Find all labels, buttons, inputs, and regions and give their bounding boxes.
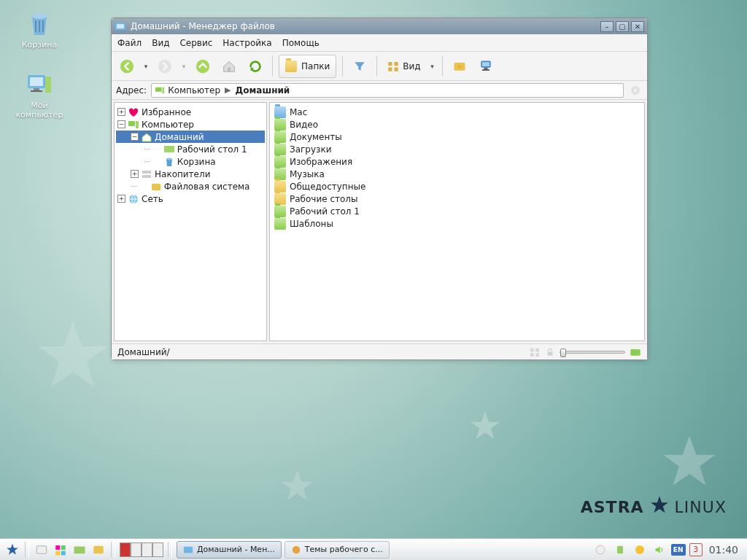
desktop-icon-computer[interactable]: Мой компьютер	[10, 69, 69, 120]
svg-rect-27	[128, 121, 135, 126]
menu-settings[interactable]: Настройка	[222, 38, 271, 48]
collapse-icon[interactable]: −	[117, 120, 125, 128]
file-item[interactable]: Музыка	[273, 168, 641, 180]
file-item[interactable]: Mac	[273, 106, 641, 118]
workspace-pager[interactable]	[120, 542, 163, 557]
svg-rect-24	[155, 87, 162, 91]
zoom-slider[interactable]	[560, 351, 625, 354]
launcher-browser[interactable]	[90, 542, 107, 558]
file-item[interactable]: Рабочие столы	[273, 192, 641, 205]
collapse-icon[interactable]: −	[131, 133, 139, 141]
tree-item[interactable]: −Компьютер	[116, 118, 265, 131]
tray-usb-icon[interactable]	[612, 542, 628, 558]
breadcrumb-separator-icon: ▶	[225, 85, 231, 95]
breadcrumb-computer[interactable]: Компьютер	[155, 85, 220, 96]
favorites-button[interactable]	[449, 55, 471, 77]
tray-volume-icon[interactable]	[651, 542, 667, 558]
file-item[interactable]: Загрузки	[273, 143, 641, 155]
tray-updates-icon[interactable]	[592, 542, 608, 558]
tree-item[interactable]: +Сеть	[116, 192, 265, 205]
tree-item[interactable]: ····Рабочий стол 1	[116, 143, 265, 155]
forward-history-dropdown[interactable]: ▾	[180, 63, 187, 70]
svg-rect-51	[617, 545, 623, 553]
svg-point-30	[166, 158, 172, 160]
titlebar[interactable]: Домашний - Менеджер файлов – ▢ ✕	[112, 18, 647, 34]
file-manager-window: Домашний - Менеджер файлов – ▢ ✕ Файл Ви…	[111, 18, 648, 360]
taskbar-task-filemanager[interactable]: Домашний - Мен...	[177, 541, 282, 559]
home-icon	[141, 131, 152, 143]
tray-workspace-indicator[interactable]: 3	[689, 543, 703, 556]
svg-rect-10	[117, 24, 124, 28]
tree-item[interactable]: +Накопители	[116, 168, 265, 180]
reload-button[interactable]	[244, 55, 266, 77]
up-button[interactable]	[192, 55, 214, 77]
launcher-files[interactable]	[53, 542, 69, 558]
file-list[interactable]: MacВидеоДокументыЗагрузкиИзображенияМузы…	[269, 102, 645, 341]
tray-network-icon[interactable]	[632, 542, 648, 558]
tray-keyboard-layout[interactable]: EN	[671, 544, 686, 556]
menu-file[interactable]: Файл	[117, 38, 142, 48]
address-clear-button[interactable]	[628, 83, 643, 98]
svg-rect-32	[142, 175, 151, 178]
file-item[interactable]: Документы	[273, 131, 641, 143]
lock-icon[interactable]	[545, 347, 555, 357]
taskbar-task-themes[interactable]: Темы рабочего с...	[285, 541, 390, 559]
svg-rect-2	[39, 20, 40, 32]
tree-item-label: Рабочий стол 1	[177, 144, 247, 155]
network-button[interactable]	[475, 55, 497, 77]
back-history-dropdown[interactable]: ▾	[142, 63, 150, 70]
menu-service[interactable]: Сервис	[179, 38, 212, 48]
svg-rect-5	[30, 77, 43, 86]
start-button[interactable]	[4, 542, 20, 558]
file-item[interactable]: Рабочий стол 1	[273, 205, 641, 217]
svg-point-11	[120, 59, 133, 72]
expand-icon[interactable]: +	[117, 108, 125, 116]
pc-icon	[128, 119, 139, 131]
svg-rect-37	[530, 353, 534, 357]
zoom-out-icon[interactable]	[529, 346, 541, 358]
file-item-label: Mac	[290, 107, 307, 117]
tree-item[interactable]: +Избранное	[116, 106, 265, 118]
filter-button[interactable]	[349, 55, 371, 77]
folder-icon	[274, 218, 286, 230]
svg-rect-23	[482, 69, 489, 71]
file-item[interactable]: Видео	[273, 118, 641, 131]
tree-item[interactable]: ····Файловая система	[116, 180, 265, 192]
tree-spacer	[153, 158, 161, 166]
launcher-desktop[interactable]	[71, 542, 88, 558]
menu-view[interactable]: Вид	[152, 38, 169, 48]
tree-item[interactable]: −Домашний	[116, 131, 265, 143]
system-tray: EN 3 01:40	[592, 542, 743, 558]
svg-rect-22	[484, 67, 487, 69]
maximize-button[interactable]: ▢	[616, 21, 629, 32]
trash-icon	[163, 156, 175, 168]
status-path: Домашний/	[117, 347, 170, 357]
tree-item[interactable]: ····Корзина	[116, 155, 265, 168]
folders-toggle[interactable]: Папки	[279, 55, 336, 78]
back-button[interactable]	[116, 55, 138, 77]
launcher-terminal[interactable]	[34, 542, 50, 558]
file-item[interactable]: Шаблоны	[273, 217, 641, 230]
close-button[interactable]: ✕	[631, 21, 644, 32]
view-mode-dropdown[interactable]: ▾	[429, 63, 436, 70]
address-field[interactable]: Компьютер ▶ Домашний	[151, 83, 624, 98]
view-mode-button[interactable]: Вид	[383, 55, 424, 77]
file-item[interactable]: Общедоступные	[273, 180, 641, 192]
expand-icon[interactable]: +	[131, 170, 139, 178]
expand-icon[interactable]: +	[117, 195, 125, 203]
desktop-icon-trash[interactable]: Корзина	[10, 9, 69, 50]
tree-item-label: Сеть	[142, 194, 163, 204]
fs-icon	[150, 181, 162, 192]
zoom-in-icon[interactable]	[630, 346, 641, 358]
svg-rect-40	[630, 349, 640, 356]
forward-button[interactable]	[154, 55, 176, 77]
menu-help[interactable]: Помощь	[282, 38, 320, 48]
minimize-button[interactable]: –	[600, 21, 614, 32]
breadcrumb-home[interactable]: Домашний	[236, 85, 290, 96]
home-button[interactable]	[218, 55, 240, 77]
computer-icon	[155, 85, 165, 96]
app-icon	[115, 20, 126, 32]
folder-tree[interactable]: +Избранное−Компьютер−Домашний····Рабочий…	[114, 102, 267, 341]
tray-clock[interactable]: 01:40	[709, 544, 738, 556]
file-item[interactable]: Изображения	[273, 155, 641, 168]
